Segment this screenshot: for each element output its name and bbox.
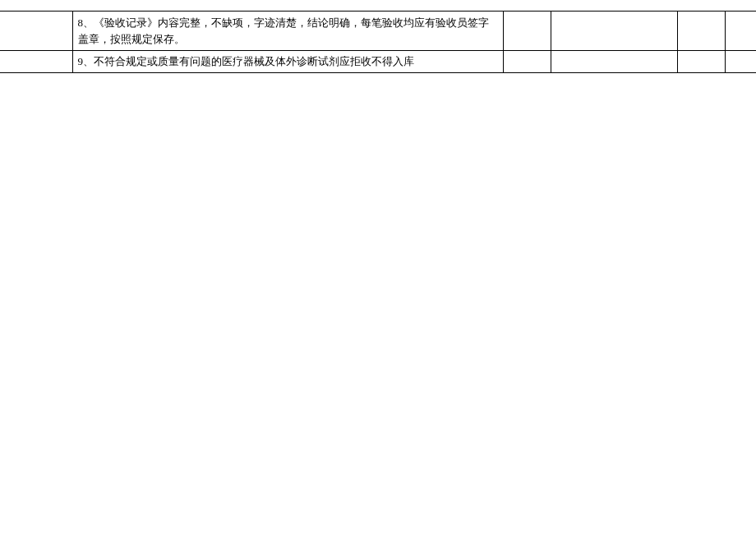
cell-content: 9、不符合规定或质量有问题的医疗器械及体外诊断试剂应拒收不得入库 (72, 51, 503, 73)
cell-col3 (503, 12, 551, 51)
cell-col6 (725, 51, 756, 73)
cell-col4 (551, 12, 677, 51)
table-row: 9、不符合规定或质量有问题的医疗器械及体外诊断试剂应拒收不得入库 (0, 51, 756, 73)
cell-category (0, 12, 72, 51)
cell-col6 (725, 12, 756, 51)
cell-content: 8、《验收记录》内容完整，不缺项，字迹清楚，结论明确，每笔验收均应有验收员签字盖… (72, 12, 503, 51)
cell-col3 (503, 51, 551, 73)
document-table: 8、《验收记录》内容完整，不缺项，字迹清楚，结论明确，每笔验收均应有验收员签字盖… (0, 11, 756, 73)
cell-col5 (677, 51, 725, 73)
table-row: 8、《验收记录》内容完整，不缺项，字迹清楚，结论明确，每笔验收均应有验收员签字盖… (0, 12, 756, 51)
cell-col4 (551, 51, 677, 73)
cell-category (0, 51, 72, 73)
cell-col5 (677, 12, 725, 51)
